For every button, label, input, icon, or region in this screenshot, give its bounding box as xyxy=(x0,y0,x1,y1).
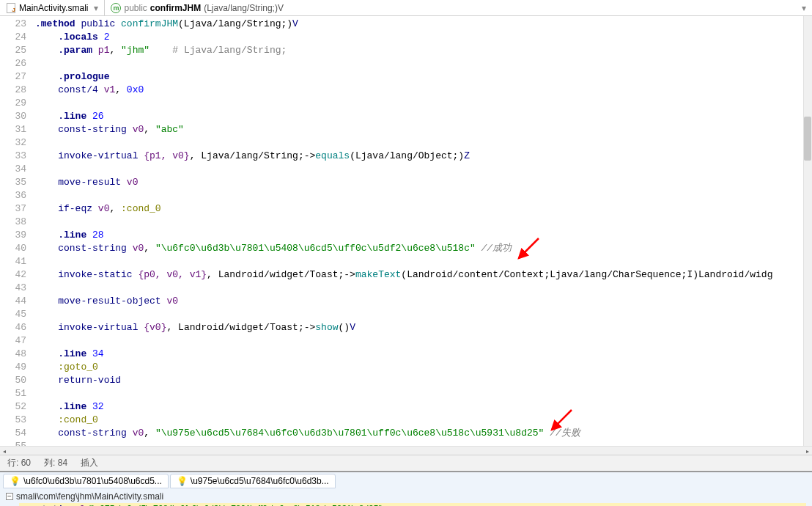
code-line[interactable]: .line 28 xyxy=(32,229,812,242)
find-tab-1-label: \u6fc0\u6d3b\u7801\u5408\u6cd5... xyxy=(23,476,162,486)
find-tab-2-label: \u975e\u6cd5\u7684\u6fc0\u6d3b... xyxy=(191,476,329,486)
line-number: 45 xyxy=(0,308,26,321)
line-number: 38 xyxy=(0,216,26,229)
find-results-tree: − smali\com\feng\jhm\MainActivity.smali … xyxy=(0,490,812,506)
tree-result-row[interactable]: const-string v0, "\u975e\u6cd5\u7684\u6f… xyxy=(19,503,806,506)
code-line[interactable] xyxy=(32,189,812,202)
code-line[interactable] xyxy=(32,97,812,110)
code-line[interactable] xyxy=(32,136,812,150)
bulb-icon: 💡 xyxy=(177,476,188,486)
status-mode: 插入 xyxy=(81,457,98,469)
code-line[interactable]: .prologue xyxy=(32,70,812,84)
code-line[interactable]: return-void xyxy=(32,374,812,387)
line-number: 33 xyxy=(0,150,26,163)
code-line[interactable]: const/4 v1, 0x0 xyxy=(32,84,812,97)
line-number: 48 xyxy=(0,348,26,361)
line-number: 39 xyxy=(0,229,26,242)
line-number: 34 xyxy=(0,163,26,176)
tab-dropdown-icon[interactable]: ▾ xyxy=(94,3,98,13)
line-number: 42 xyxy=(0,268,26,282)
code-line[interactable]: invoke-virtual {v0}, Landroid/widget/Toa… xyxy=(32,321,812,334)
line-number: 50 xyxy=(0,374,26,387)
scrollbar-thumb[interactable] xyxy=(804,117,811,161)
bulb-icon: 💡 xyxy=(10,476,21,486)
vertical-scrollbar[interactable] xyxy=(803,16,812,455)
scroll-right-icon[interactable]: ▸ xyxy=(803,447,812,455)
code-line[interactable]: .line 26 xyxy=(32,110,812,123)
code-line[interactable] xyxy=(32,57,812,70)
code-editor[interactable]: .method public confirmJHM(Ljava/lang/Str… xyxy=(32,16,812,455)
line-number: 47 xyxy=(0,334,26,348)
find-result-tab-2[interactable]: 💡 \u975e\u6cd5\u7684\u6fc0\u6d3b... xyxy=(170,474,336,488)
code-line[interactable]: .param p1, "jhm" # Ljava/lang/String; xyxy=(32,44,812,57)
status-bar: 行: 60 列: 84 插入 xyxy=(0,455,812,471)
line-number: 44 xyxy=(0,295,26,308)
tree-file-path: smali\com\feng\jhm\MainActivity.smali xyxy=(16,491,163,502)
line-number: 41 xyxy=(0,255,26,268)
code-line[interactable]: const-string v0, "abc" xyxy=(32,123,812,136)
code-line[interactable]: const-string v0, "\u6fc0\u6d3b\u7801\u54… xyxy=(32,242,812,255)
editor-area: 2324252627282930313233343536373839404142… xyxy=(0,16,812,455)
code-line[interactable] xyxy=(32,387,812,400)
code-line[interactable]: invoke-virtual {p1, v0}, Ljava/lang/Stri… xyxy=(32,150,812,163)
find-result-tab-1[interactable]: 💡 \u6fc0\u6d3b\u7801\u5408\u6cd5... xyxy=(3,474,169,488)
editor-tabs: MainActivity.smali ▾ m public confirmJHM… xyxy=(0,0,812,16)
breadcrumb[interactable]: m public confirmJHM (Ljava/lang/String;)… xyxy=(105,0,812,15)
scroll-left-icon[interactable]: ◂ xyxy=(0,447,9,455)
status-col: 列: 84 xyxy=(44,457,67,469)
code-line[interactable]: .line 32 xyxy=(32,400,812,414)
breadcrumb-dropdown-icon[interactable]: ▾ xyxy=(802,3,806,13)
line-number: 32 xyxy=(0,136,26,150)
line-number: 26 xyxy=(0,57,26,70)
line-number: 36 xyxy=(0,189,26,202)
line-number: 24 xyxy=(0,31,26,44)
line-number: 28 xyxy=(0,84,26,97)
code-line[interactable]: const-string v0, "\u975e\u6cd5\u7684\u6f… xyxy=(32,427,812,440)
breadcrumb-modifier: public xyxy=(124,3,147,13)
horizontal-scrollbar[interactable]: ◂ ▸ xyxy=(0,446,812,455)
line-number: 23 xyxy=(0,18,26,31)
line-number: 27 xyxy=(0,70,26,84)
code-line[interactable] xyxy=(32,163,812,176)
code-line[interactable]: if-eqz v0, :cond_0 xyxy=(32,202,812,216)
line-number: 35 xyxy=(0,176,26,189)
code-line[interactable]: move-result v0 xyxy=(32,176,812,189)
code-line[interactable]: .line 34 xyxy=(32,348,812,361)
code-line[interactable] xyxy=(32,255,812,268)
tree-collapse-icon[interactable]: − xyxy=(6,493,13,500)
line-number: 51 xyxy=(0,387,26,400)
line-number: 49 xyxy=(0,361,26,374)
code-line[interactable]: move-result-object v0 xyxy=(32,295,812,308)
find-results-panel: 💡 \u6fc0\u6d3b\u7801\u5408\u6cd5... 💡 \u… xyxy=(0,471,812,506)
tree-file-row[interactable]: − smali\com\feng\jhm\MainActivity.smali xyxy=(6,491,806,502)
code-line[interactable]: :goto_0 xyxy=(32,361,812,374)
code-line[interactable]: :cond_0 xyxy=(32,414,812,427)
line-number: 30 xyxy=(0,110,26,123)
line-number: 25 xyxy=(0,44,26,57)
line-number: 40 xyxy=(0,242,26,255)
code-line[interactable] xyxy=(32,308,812,321)
file-tab-label: MainActivity.smali xyxy=(19,3,88,13)
line-number: 37 xyxy=(0,202,26,216)
breadcrumb-signature: (Ljava/lang/String;)V xyxy=(204,3,284,13)
code-line[interactable] xyxy=(32,334,812,348)
status-line: 行: 60 xyxy=(7,457,31,469)
file-tab[interactable]: MainActivity.smali ▾ xyxy=(0,0,105,15)
line-number: 29 xyxy=(0,97,26,110)
line-number: 43 xyxy=(0,282,26,295)
method-icon: m xyxy=(111,3,121,13)
code-line[interactable]: .method public confirmJHM(Ljava/lang/Str… xyxy=(32,18,812,31)
line-number: 52 xyxy=(0,400,26,414)
code-line[interactable]: .locals 2 xyxy=(32,31,812,44)
line-number: 53 xyxy=(0,414,26,427)
find-result-tabs: 💡 \u6fc0\u6d3b\u7801\u5408\u6cd5... 💡 \u… xyxy=(0,472,812,490)
smali-file-icon xyxy=(6,3,16,13)
line-number: 54 xyxy=(0,427,26,440)
code-line[interactable] xyxy=(32,282,812,295)
code-line[interactable] xyxy=(32,216,812,229)
line-number-gutter: 2324252627282930313233343536373839404142… xyxy=(0,16,32,455)
breadcrumb-method: confirmJHM xyxy=(150,3,201,13)
line-number: 31 xyxy=(0,123,26,136)
line-number: 46 xyxy=(0,321,26,334)
code-line[interactable]: invoke-static {p0, v0, v1}, Landroid/wid… xyxy=(32,268,812,282)
